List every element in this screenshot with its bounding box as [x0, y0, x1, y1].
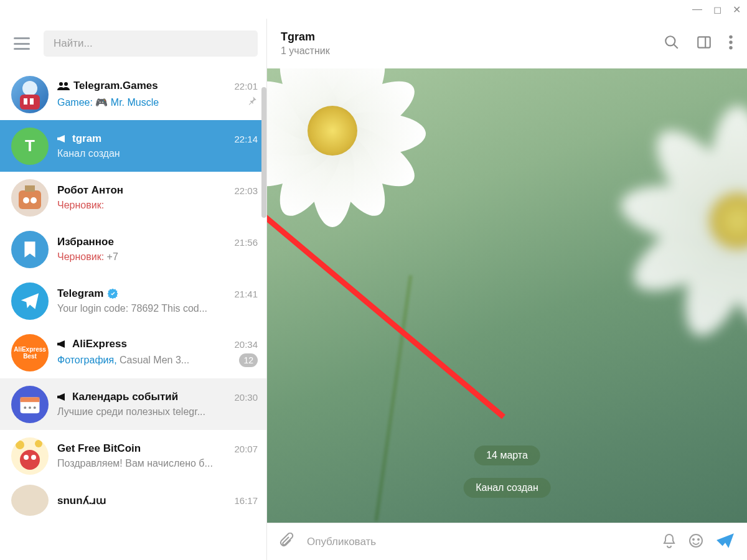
unread-badge: 12: [239, 353, 258, 367]
chat-time: 22:14: [229, 134, 258, 144]
megaphone-icon: [57, 134, 68, 144]
svg-point-14: [24, 406, 26, 409]
chat-name: Робот Антон: [57, 184, 123, 197]
chat-item-bitcoin[interactable]: Get Free BitCoin 20:07 Поздравляем! Вам …: [0, 430, 266, 482]
svg-point-8: [23, 197, 29, 203]
svg-rect-3: [30, 98, 34, 105]
menu-button[interactable]: [14, 37, 30, 50]
svg-point-19: [24, 455, 29, 460]
svg-rect-17: [57, 396, 59, 399]
emoji-icon[interactable]: [688, 533, 703, 551]
chat-time: 22:01: [229, 81, 258, 91]
pin-icon: [247, 95, 258, 109]
draft-label: Черновик:: [57, 200, 104, 210]
chat-item-telegram-games[interactable]: Telegram.Games 22:01 Gamee: 🎮 Mr. Muscle: [0, 68, 266, 120]
svg-point-21: [16, 441, 24, 449]
chat-item-telegram[interactable]: Telegram 21:41 Your login code: 78692 Th…: [0, 275, 266, 327]
svg-point-16: [34, 406, 36, 409]
chat-item-tgram[interactable]: T tgram 22:14 Канал создан: [0, 120, 266, 172]
chat-time: 20:07: [229, 444, 258, 454]
send-button[interactable]: [716, 533, 735, 551]
svg-point-9: [31, 197, 37, 203]
avatar: [11, 485, 49, 516]
avatar: [11, 76, 49, 113]
chat-title-block[interactable]: Tgram 1 участник: [281, 30, 647, 57]
svg-point-5: [64, 82, 68, 86]
chat-list: Telegram.Games 22:01 Gamee: 🎮 Mr. Muscle…: [0, 68, 266, 560]
svg-rect-11: [57, 343, 59, 346]
svg-rect-25: [698, 37, 710, 47]
chat-item-calendar[interactable]: Календарь событий 20:30 Лучшие среди пол…: [0, 378, 266, 430]
window-controls: — ◻ ✕: [0, 0, 747, 19]
svg-point-34: [698, 539, 699, 540]
svg-point-4: [59, 82, 63, 86]
chat-area[interactable]: 14 марта Канал создан: [267, 68, 747, 523]
chat-subtitle: 1 участник: [281, 45, 647, 57]
chat-time: 21:56: [229, 237, 258, 248]
svg-rect-7: [19, 190, 41, 209]
conversation-header: Tgram 1 участник: [267, 19, 747, 68]
sidepanel-icon[interactable]: [696, 34, 712, 53]
svg-point-23: [665, 36, 675, 45]
service-message: Канал создан: [463, 478, 551, 498]
minimize-button[interactable]: —: [692, 4, 702, 15]
chat-time: 16:17: [229, 495, 258, 506]
svg-point-29: [729, 46, 732, 49]
notifications-icon[interactable]: [662, 533, 676, 551]
snippet-prefix: Gamee:: [57, 97, 93, 108]
chat-title: Tgram: [281, 30, 647, 44]
chat-name: Календарь событий: [72, 391, 178, 403]
search-input[interactable]: [44, 30, 258, 57]
chat-snippet: Casual Men 3...: [120, 355, 189, 365]
svg-point-0: [22, 81, 37, 96]
chat-item-snun[interactable]: snunʎ.ɹɯ 16:17: [0, 482, 266, 519]
chat-time: 22:03: [229, 185, 258, 196]
avatar: [11, 179, 49, 217]
avatar: [11, 282, 49, 320]
chat-name: snunʎ.ɹɯ: [57, 494, 106, 507]
chat-time: 21:41: [229, 289, 258, 299]
svg-rect-2: [24, 98, 27, 105]
chat-item-aliexpress[interactable]: AliExpress Best AliExpress 20:34 Фотогра…: [0, 327, 266, 378]
chat-snippet: Лучшие среди полезных telegr...: [57, 406, 205, 418]
svg-rect-13: [21, 397, 40, 402]
avatar: [11, 386, 49, 423]
scrollbar[interactable]: [261, 87, 266, 218]
snippet-link: Mr. Muscle: [111, 97, 159, 108]
svg-line-24: [674, 44, 678, 49]
chat-name: Get Free BitCoin: [57, 442, 141, 455]
svg-point-27: [729, 35, 732, 39]
chat-time: 20:34: [229, 339, 258, 350]
svg-point-20: [31, 455, 36, 460]
chat-name: tgram: [72, 133, 101, 145]
attach-icon[interactable]: [280, 533, 294, 551]
chat-item-robot-anton[interactable]: Робот Антон 22:03 Черновик:: [0, 172, 266, 223]
megaphone-icon: [57, 339, 68, 349]
svg-rect-6: [57, 138, 59, 141]
conversation-pane: Tgram 1 участник: [267, 19, 747, 560]
avatar: T: [11, 128, 49, 165]
chat-snippet: Your login code: 78692 This cod...: [57, 303, 207, 314]
svg-point-33: [693, 539, 694, 540]
draft-text: +7: [107, 251, 118, 262]
verified-icon: [107, 288, 118, 299]
chat-name: Telegram.Games: [73, 80, 158, 92]
close-button[interactable]: ✕: [733, 4, 741, 16]
avatar: [11, 437, 49, 475]
chat-time: 20:30: [229, 392, 258, 403]
svg-point-28: [729, 40, 732, 44]
chat-snippet: Поздравляем! Вам начислено б...: [57, 458, 213, 469]
snippet-link: Фотография,: [57, 355, 117, 365]
svg-rect-10: [25, 185, 35, 192]
sidebar: Telegram.Games 22:01 Gamee: 🎮 Mr. Muscle…: [0, 19, 267, 560]
avatar: AliExpress Best: [11, 334, 49, 371]
chat-name: Telegram: [57, 287, 103, 300]
svg-point-18: [20, 450, 40, 470]
compose-input[interactable]: [307, 536, 650, 548]
maximize-button[interactable]: ◻: [713, 4, 721, 16]
more-icon[interactable]: [728, 34, 733, 53]
megaphone-icon: [57, 392, 68, 402]
chat-item-saved[interactable]: Избранное 21:56 Черновик: +7: [0, 223, 266, 275]
draft-label: Черновик:: [57, 251, 104, 262]
search-icon[interactable]: [664, 34, 680, 53]
